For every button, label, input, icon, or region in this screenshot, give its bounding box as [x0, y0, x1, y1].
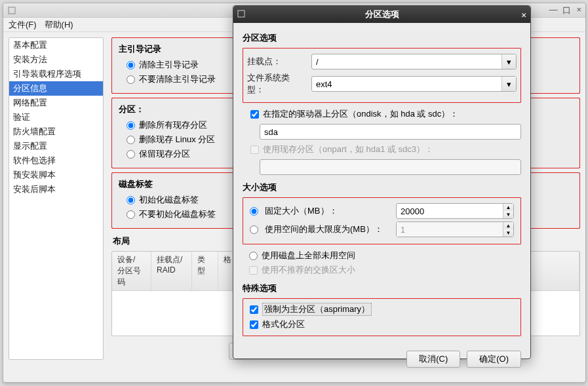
sidebar-item-network[interactable]: 网络配置 [9, 96, 103, 110]
close-button[interactable]: × [576, 5, 581, 16]
fs-value: ext4 [312, 79, 501, 89]
ondisk-label: 在指定的驱动器上分区（ondisk，如 hda 或 sdc）： [263, 108, 458, 120]
maximize-button[interactable]: 口 [562, 5, 571, 16]
special-box: 强制为主分区（asprimary） 格式化分区 [243, 298, 521, 336]
size-grow-value: 1 [397, 222, 503, 237]
dialog-icon [237, 10, 246, 19]
size-fill-radio[interactable] [249, 252, 258, 260]
ondisk-input[interactable] [260, 124, 521, 140]
ondisk-check[interactable] [250, 110, 259, 119]
spin-up-icon: ▲ [503, 222, 513, 229]
fs-label: 文件系统类型： [247, 72, 305, 96]
mbr-clear-label: 清除主引导记录 [139, 59, 199, 71]
part-dellinux-label: 删除现存 Linux 分区 [139, 134, 215, 145]
mbr-clear-radio[interactable] [127, 61, 135, 69]
mount-label: 挂载点： [247, 56, 305, 68]
special-title: 特殊选项 [243, 282, 521, 294]
size-fixed-value: 20000 [397, 204, 503, 218]
part-delall-radio[interactable] [127, 121, 135, 130]
ok-button[interactable]: 确定(O) [467, 351, 521, 368]
size-box: 固定大小（MB）： 20000 ▲▼ 使用空间的最大限度为(MB）： 1 ▲▼ [243, 197, 521, 244]
partition-options-dialog: 分区选项 ✕ 分区选项 挂载点： / ▾ 文件系统类型： ext4 ▾ 在指定的… [233, 5, 531, 359]
size-title: 大小选项 [243, 182, 521, 193]
col-type[interactable]: 类型 [192, 252, 218, 290]
dialog-close-icon[interactable]: ✕ [521, 10, 526, 20]
menu-file[interactable]: 文件(F) [9, 19, 37, 30]
dialog-title-text: 分区选项 [365, 9, 399, 20]
size-noswap-label: 使用不推荐的交换区大小 [262, 264, 355, 276]
sidebar-item-packages[interactable]: 软件包选择 [9, 153, 103, 168]
svg-rect-0 [9, 7, 15, 14]
spin-up-icon[interactable]: ▲ [503, 204, 513, 211]
onpart-input [260, 159, 521, 175]
sidebar-item-prescript[interactable]: 预安装脚本 [9, 168, 103, 182]
spin-down-icon: ▼ [503, 229, 513, 237]
col-device[interactable]: 设备/ 分区号码 [112, 252, 151, 290]
format-label: 格式化分区 [262, 318, 305, 330]
sidebar-item-partition[interactable]: 分区信息 [9, 81, 103, 96]
svg-rect-1 [238, 10, 245, 17]
size-noswap-check [249, 266, 258, 275]
size-grow-spin: 1 ▲▼ [396, 222, 514, 237]
size-fixed-spin[interactable]: 20000 ▲▼ [396, 203, 514, 219]
section-part-title: 分区选项 [243, 32, 521, 44]
disk-noinit-label: 不要初始化磁盘标签 [139, 208, 216, 220]
onpart-check [250, 145, 259, 154]
part-keep-label: 保留现存分区 [139, 148, 190, 160]
size-fixed-radio[interactable] [250, 207, 258, 216]
asprimary-label: 强制为主分区（asprimary） [262, 303, 372, 316]
sidebar-item-postscript[interactable]: 安装后脚本 [9, 182, 103, 197]
disk-init-label: 初始化磁盘标签 [139, 194, 199, 206]
sidebar: 基本配置 安装方法 引导装载程序选项 分区信息 网络配置 验证 防火墙配置 显示… [9, 37, 104, 360]
mount-value: / [312, 57, 501, 67]
sidebar-item-bootloader[interactable]: 引导装载程序选项 [9, 67, 103, 81]
mount-combo[interactable]: / ▾ [311, 54, 517, 69]
mbr-keep-label: 不要清除主引导记录 [139, 73, 216, 85]
spin-down-icon[interactable]: ▼ [503, 211, 513, 218]
app-icon [7, 6, 16, 15]
size-grow-label: 使用空间的最大限度为(MB）： [265, 223, 389, 235]
format-check[interactable] [250, 320, 258, 329]
sidebar-item-display[interactable]: 显示配置 [9, 139, 103, 153]
sidebar-item-basic[interactable]: 基本配置 [9, 38, 103, 52]
col-mount[interactable]: 挂载点/ RAID [151, 252, 192, 290]
menu-help[interactable]: 帮助(H) [45, 19, 73, 30]
disk-noinit-radio[interactable] [127, 210, 135, 219]
sidebar-item-auth[interactable]: 验证 [9, 110, 103, 125]
part-keep-radio[interactable] [127, 150, 135, 159]
dialog-titlebar: 分区选项 ✕ [233, 6, 530, 23]
onpart-label: 使用现存分区（onpart，如 hda1 或 sdc3）： [263, 144, 433, 155]
part-dellinux-radio[interactable] [127, 136, 135, 144]
disk-init-radio[interactable] [127, 196, 135, 204]
size-fixed-label: 固定大小（MB）： [265, 205, 389, 217]
fs-combo[interactable]: ext4 ▾ [311, 76, 517, 92]
minimize-button[interactable]: — [549, 5, 557, 16]
sidebar-item-firewall[interactable]: 防火墙配置 [9, 125, 103, 139]
part-delall-label: 删除所有现存分区 [139, 119, 207, 131]
mount-fs-box: 挂载点： / ▾ 文件系统类型： ext4 ▾ [243, 48, 521, 103]
chevron-down-icon: ▾ [501, 54, 516, 69]
chevron-down-icon: ▾ [501, 77, 516, 91]
mbr-keep-radio[interactable] [127, 75, 135, 84]
size-fill-label: 使用磁盘上全部未用空间 [262, 250, 355, 261]
cancel-button[interactable]: 取消(C) [406, 351, 460, 368]
sidebar-item-install[interactable]: 安装方法 [9, 52, 103, 67]
size-grow-radio[interactable] [250, 225, 258, 234]
asprimary-check[interactable] [250, 305, 258, 314]
